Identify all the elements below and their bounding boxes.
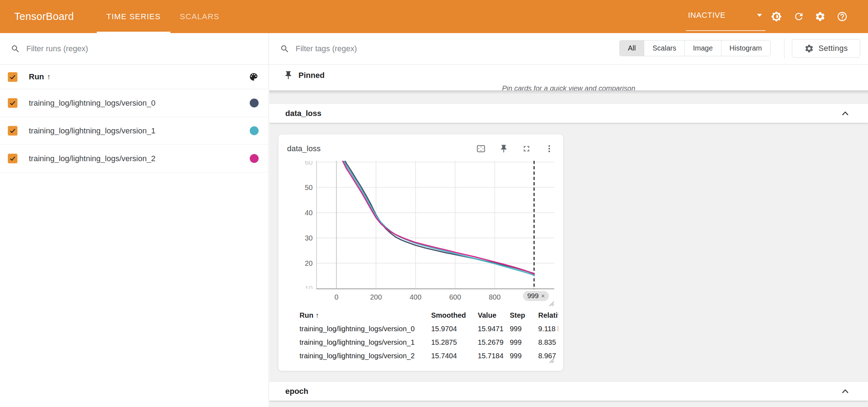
tab-time-series[interactable]: TIME SERIES — [97, 0, 170, 33]
chart-legend-table: Run ↑SmoothedValueStepRelativetraining_l… — [289, 308, 558, 363]
resize-handle-icon[interactable] — [548, 357, 555, 364]
y-tick-label: 40 — [288, 208, 313, 217]
plot-area[interactable] — [316, 161, 554, 289]
tag-toolbar: AllScalarsImageHistogram Settings — [269, 33, 868, 65]
tab-scalars[interactable]: SCALARS — [170, 0, 229, 33]
run-name: training_log/lightning_logs/version_0 — [29, 99, 155, 108]
reload-status-dropdown[interactable]: INACTIVE — [686, 0, 766, 31]
legend-value: 15.2679 — [478, 338, 510, 347]
run-filter-input[interactable] — [26, 44, 226, 53]
y-tick-label: 50 — [288, 183, 313, 192]
legend-smoothed-value: 15.7404 — [431, 352, 478, 360]
scroll-shadow — [269, 90, 868, 94]
search-icon — [11, 44, 20, 54]
series-line — [342, 161, 534, 275]
sort-arrow-icon: ↑ — [47, 73, 51, 81]
settings-label: Settings — [819, 44, 848, 53]
tag-filter-input[interactable] — [296, 44, 495, 53]
legend-col-step[interactable]: Step — [510, 311, 538, 319]
series-line — [342, 161, 534, 274]
legend-col-smoothed[interactable]: Smoothed — [431, 311, 478, 319]
palette-icon[interactable] — [249, 72, 259, 82]
card-header: data_loss — [279, 134, 563, 157]
legend-row: training_log/lightning_logs/version_215.… — [289, 349, 558, 363]
run-checkbox[interactable] — [8, 126, 17, 136]
refresh-icon[interactable] — [793, 11, 804, 22]
tag-type-filter-histogram[interactable]: Histogram — [721, 41, 770, 56]
x-tick-label: 400 — [401, 293, 430, 301]
section-title: epoch — [285, 387, 308, 396]
cards-scroll-area[interactable]: Pin cards for a quick view and compariso… — [269, 86, 868, 407]
pin-icon[interactable] — [499, 144, 508, 153]
top-nav-tabs: TIME SERIES SCALARS — [97, 0, 229, 33]
y-tick-label: 60 — [288, 161, 313, 166]
tag-type-filter-image[interactable]: Image — [684, 41, 721, 56]
tag-type-filter-scalars[interactable]: Scalars — [644, 41, 684, 56]
legend-value: 15.7184 — [478, 352, 510, 360]
y-tick-label: 20 — [288, 259, 313, 268]
run-list-header: Run↑ — [0, 65, 269, 89]
pan-zoom-icon[interactable] — [476, 144, 486, 153]
legend-value: 15.9471 — [478, 325, 510, 333]
run-list-item[interactable]: training_log/lightning_logs/version_1 — [0, 117, 269, 145]
brightness-icon[interactable] — [771, 11, 782, 22]
legend-col-run[interactable]: Run ↑ — [300, 311, 431, 319]
chevron-down-icon — [757, 14, 762, 17]
settings-button[interactable]: Settings — [792, 39, 860, 58]
close-icon[interactable]: × — [541, 292, 545, 300]
legend-row: training_log/lightning_logs/version_015.… — [289, 322, 558, 335]
help-icon[interactable] — [837, 11, 848, 22]
tensorboard-app: TensorBoard TIME SERIES SCALARS INACTIVE — [0, 0, 868, 407]
run-name: training_log/lightning_logs/version_2 — [29, 154, 155, 163]
run-color-dot[interactable] — [250, 99, 259, 107]
section-header-epoch[interactable]: epoch — [269, 382, 868, 401]
legend-smoothed-value: 15.2875 — [431, 338, 478, 347]
select-all-checkbox[interactable] — [8, 72, 17, 82]
run-color-dot[interactable] — [250, 154, 259, 163]
legend-col-value[interactable]: Value — [478, 311, 510, 319]
pinned-step-value: 999 — [527, 292, 539, 300]
kebab-menu-icon[interactable] — [545, 144, 554, 153]
section-title: data_loss — [285, 109, 322, 118]
run-color-dot[interactable] — [250, 126, 259, 135]
run-list: training_log/lightning_logs/version_0tra… — [0, 89, 269, 173]
x-tick-label: 0 — [322, 293, 351, 301]
fullscreen-icon[interactable] — [522, 144, 531, 153]
run-filter-row — [0, 33, 269, 65]
legend-relative: 8.835 hr — [538, 338, 558, 347]
legend-col-relative[interactable]: Relative — [538, 311, 558, 319]
legend-run-name: training_log/lightning_logs/version_2 — [300, 352, 431, 360]
run-column-label[interactable]: Run↑ — [29, 72, 51, 81]
section-header-data-loss[interactable]: data_loss — [269, 104, 868, 123]
toolbar-divider — [784, 39, 784, 59]
settings-gear-icon[interactable] — [815, 11, 826, 22]
legend-step: 999 — [510, 352, 538, 360]
y-tick-label: 10 — [288, 284, 313, 289]
legend-row: training_log/lightning_logs/version_115.… — [289, 335, 558, 349]
tag-type-filter-group: AllScalarsImageHistogram — [619, 40, 771, 56]
run-checkbox[interactable] — [8, 98, 17, 108]
search-icon — [280, 44, 290, 54]
run-list-item[interactable]: training_log/lightning_logs/version_2 — [0, 145, 269, 173]
line-chart[interactable]: 1020304050600200400600800999× — [279, 161, 564, 307]
legend-header-row: Run ↑SmoothedValueStepRelative — [289, 308, 558, 322]
pinned-step-pill[interactable]: 999× — [523, 291, 549, 301]
card-title: data_loss — [287, 144, 321, 153]
pin-icon — [284, 70, 293, 80]
scalar-card-data-loss: data_loss — [278, 134, 563, 371]
chevron-up-icon[interactable] — [840, 109, 850, 118]
resize-handle-icon[interactable] — [548, 300, 555, 307]
legend-relative: 9.118 hr — [538, 325, 558, 333]
run-list-item[interactable]: training_log/lightning_logs/version_0 — [0, 89, 269, 117]
pinned-header: Pinned — [269, 65, 868, 86]
tag-type-filter-all[interactable]: All — [620, 41, 644, 56]
pin-hint-band: Pin cards for a quick view and compariso… — [269, 86, 868, 90]
gear-icon — [804, 44, 814, 53]
legend-run-name: training_log/lightning_logs/version_0 — [300, 325, 431, 333]
app-logo: TensorBoard — [14, 0, 74, 33]
legend-step: 999 — [510, 338, 538, 347]
chevron-up-icon[interactable] — [840, 386, 850, 396]
pin-hint-text: Pin cards for a quick view and compariso… — [502, 86, 635, 90]
legend-step: 999 — [510, 325, 538, 333]
run-checkbox[interactable] — [8, 154, 17, 163]
